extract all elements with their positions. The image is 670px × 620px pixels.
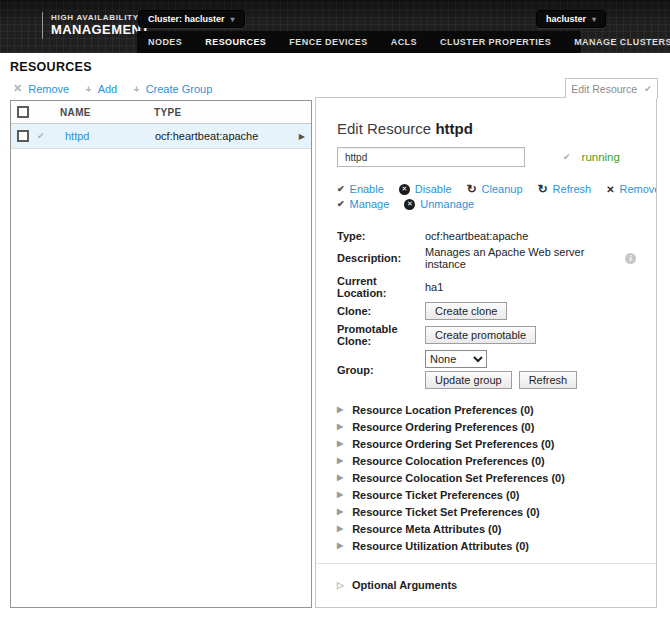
nav-tab-acls[interactable]: ACLS: [391, 37, 417, 47]
row-checkbox[interactable]: [17, 130, 29, 142]
preference-sections: ▶ Resource Location Preferences (0) ▶ Re…: [337, 401, 636, 554]
user-menu-label: hacluster: [546, 14, 586, 24]
check-icon: ✔: [337, 199, 345, 209]
main-nav: NODES RESOURCES FENCE DEVICES ACLS CLUST…: [137, 31, 581, 53]
check-icon: ✔: [644, 84, 652, 94]
header: HIGH AVAILABILITY MANAGEMENT Cluster: ha…: [0, 0, 670, 53]
divider: [316, 563, 657, 564]
resource-name-link[interactable]: httpd: [65, 130, 155, 142]
chevron-right-icon: ▶: [299, 132, 305, 141]
group-select[interactable]: None: [425, 350, 487, 368]
location-value: ha1: [425, 281, 443, 293]
triangle-right-icon: ▶: [337, 473, 343, 482]
select-all-checkbox[interactable]: [17, 106, 29, 118]
plus-icon: +: [133, 83, 139, 95]
logo-line2: MANAGEMENT: [51, 23, 150, 38]
section-ordering-preferences[interactable]: ▶ Resource Ordering Preferences (0): [337, 418, 636, 435]
resource-list: NAME TYPE ✔ httpd ocf:heartbeat:apache ▶: [10, 100, 312, 608]
resource-type-text: ocf:heartbeat:apache: [155, 130, 299, 142]
advanced-arguments-expander[interactable]: ▷ Advanced Arguments: [337, 606, 636, 608]
section-ticket-preferences[interactable]: ▶ Resource Ticket Preferences (0): [337, 486, 636, 503]
column-header-name: NAME: [60, 107, 154, 118]
user-menu-dropdown[interactable]: hacluster ▾: [536, 10, 606, 28]
refresh-icon: ↻: [467, 184, 477, 194]
tab-edit-resource[interactable]: Edit Resource ✔: [565, 78, 658, 98]
field-clone: Clone: Create clone: [337, 302, 636, 320]
plus-icon: +: [85, 83, 91, 95]
add-resource-button[interactable]: + Add: [85, 82, 117, 95]
nav-tab-cluster-properties[interactable]: CLUSTER PROPERTIES: [440, 37, 551, 47]
section-colocation-set-preferences[interactable]: ▶ Resource Colocation Set Preferences (0…: [337, 469, 636, 486]
refresh-icon: ↻: [538, 184, 548, 194]
app-window: HIGH AVAILABILITY MANAGEMENT Cluster: ha…: [0, 0, 670, 620]
remove-label: Remove: [28, 83, 69, 95]
tab-label: Edit Resource: [571, 83, 637, 95]
create-group-button[interactable]: + Create Group: [133, 82, 212, 95]
group-refresh-button[interactable]: Refresh: [519, 371, 578, 389]
triangle-right-icon: ▶: [337, 541, 343, 550]
check-icon: ✔: [563, 152, 571, 162]
section-utilization-attributes[interactable]: ▶ Resource Utilization Attributes (0): [337, 537, 636, 554]
table-row[interactable]: ✔ httpd ocf:heartbeat:apache ▶: [11, 124, 311, 149]
create-promotable-button[interactable]: Create promotable: [425, 326, 536, 344]
cleanup-action[interactable]: ↻ Cleanup: [467, 183, 523, 195]
section-location-preferences[interactable]: ▶ Resource Location Preferences (0): [337, 401, 636, 418]
triangle-right-outline-icon: ▷: [337, 607, 344, 608]
section-colocation-preferences[interactable]: ▶ Resource Colocation Preferences (0): [337, 452, 636, 469]
cluster-selector-dropdown[interactable]: Cluster: hacluster ▾: [138, 10, 245, 28]
section-ordering-set-preferences[interactable]: ▶ Resource Ordering Set Preferences (0): [337, 435, 636, 452]
check-icon: ✔: [37, 131, 47, 141]
panel-title-prefix: Edit Resource: [337, 120, 431, 137]
field-type: Type: ocf:heartbeat:apache: [337, 229, 636, 243]
info-icon: i: [625, 253, 636, 264]
name-row: ✔ running: [337, 147, 636, 167]
triangle-right-icon: ▶: [337, 456, 343, 465]
unmanage-action[interactable]: ✕ Unmanage: [404, 198, 474, 210]
triangle-right-icon: ▶: [337, 507, 343, 516]
nav-tab-manage-clusters[interactable]: MANAGE CLUSTERS: [574, 37, 670, 47]
refresh-action[interactable]: ↻ Refresh: [538, 183, 592, 195]
manage-action[interactable]: ✔ Manage: [337, 198, 389, 210]
logo-divider: [42, 12, 43, 39]
triangle-right-icon: ▶: [337, 405, 343, 414]
ban-icon: ✕: [404, 199, 415, 210]
add-label: Add: [98, 83, 118, 95]
nav-tab-resources[interactable]: RESOURCES: [205, 37, 266, 47]
enable-action[interactable]: ✔ Enable: [337, 183, 384, 195]
type-value: ocf:heartbeat:apache: [425, 230, 528, 242]
triangle-right-icon: ▶: [337, 422, 343, 431]
nav-tab-nodes[interactable]: NODES: [148, 37, 182, 47]
panel-title-resource: httpd: [435, 120, 472, 137]
remove-action[interactable]: ✕ Remove: [606, 183, 657, 195]
edit-resource-panel: Edit Resource httpd ✔ running ✔ Enable ✕…: [315, 97, 657, 608]
check-icon: ✔: [337, 184, 345, 194]
triangle-right-icon: ▶: [337, 524, 343, 533]
field-promotable-clone: Promotable Clone: Create promotable: [337, 323, 636, 347]
resource-toolbar: ✕ Remove + Add + Create Group: [13, 82, 212, 95]
field-current-location: Current Location: ha1: [337, 275, 636, 299]
cluster-selector-label: Cluster: hacluster: [148, 14, 225, 24]
description-value: Manages an Apache Web server instance: [425, 246, 620, 270]
triangle-right-icon: ▶: [337, 490, 343, 499]
create-clone-button[interactable]: Create clone: [425, 302, 507, 320]
triangle-right-icon: ▶: [337, 439, 343, 448]
resource-name-input[interactable]: [337, 147, 525, 167]
page-title: RESOURCES: [10, 60, 92, 74]
caret-down-icon: ▾: [231, 15, 235, 24]
section-ticket-set-preferences[interactable]: ▶ Resource Ticket Set Preferences (0): [337, 503, 636, 520]
update-group-button[interactable]: Update group: [425, 371, 512, 389]
remove-resource-button[interactable]: ✕ Remove: [13, 82, 69, 95]
nav-tab-fence-devices[interactable]: FENCE DEVICES: [289, 37, 367, 47]
x-icon: ✕: [13, 82, 22, 95]
app-logo: HIGH AVAILABILITY MANAGEMENT: [42, 12, 150, 39]
optional-arguments-expander[interactable]: ▷ Optional Arguments: [337, 579, 636, 591]
ban-icon: ✕: [399, 184, 410, 195]
disable-action[interactable]: ✕ Disable: [399, 183, 452, 195]
section-meta-attributes[interactable]: ▶ Resource Meta Attributes (0): [337, 520, 636, 537]
panel-title: Edit Resource httpd: [337, 120, 636, 137]
status-text: running: [582, 151, 620, 163]
x-icon: ✕: [606, 184, 614, 195]
field-group: Group: None Update group Refresh: [337, 350, 636, 389]
column-header-type: TYPE: [154, 107, 182, 118]
create-group-label: Create Group: [146, 83, 213, 95]
